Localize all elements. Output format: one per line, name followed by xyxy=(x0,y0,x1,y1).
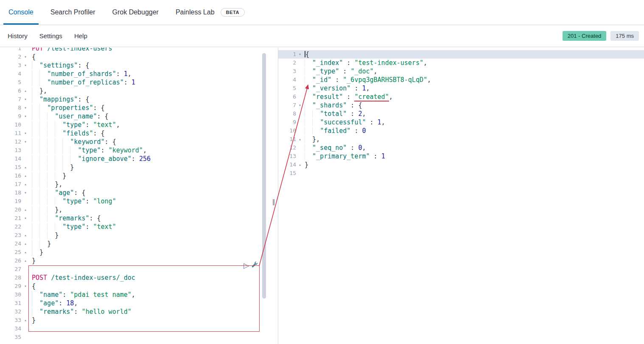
code-line: 5 "_version" : 1, xyxy=(278,84,644,93)
code-line: 26▴} xyxy=(0,257,278,265)
send-request-button[interactable]: ▷ xyxy=(244,262,249,269)
line-number: 25 xyxy=(0,248,21,257)
code-line: 7▾ "mappings": { xyxy=(0,95,278,104)
menu-settings[interactable]: Settings xyxy=(39,32,62,39)
line-number: 11 xyxy=(0,129,21,138)
line-number: 5 xyxy=(278,84,296,93)
code-line: 18▾ "age": { xyxy=(0,189,278,197)
code-line: 16▴ } xyxy=(0,172,278,180)
wrench-icon[interactable] xyxy=(251,261,258,270)
code-line: 12▾ "keyword": { xyxy=(0,138,278,146)
pane-resizer[interactable]: ‖ xyxy=(270,198,277,206)
code-line: 24▴ } xyxy=(0,240,278,248)
code-line: 29▾{ xyxy=(0,282,278,290)
code-text: } xyxy=(30,231,59,240)
fold-toggle-icon[interactable]: ▾ xyxy=(21,104,30,112)
code-line: 35 xyxy=(0,333,278,341)
fold-toggle-icon[interactable]: ▾ xyxy=(21,282,30,290)
line-number: 10 xyxy=(0,121,21,129)
fold-toggle-icon[interactable]: ▾ xyxy=(21,214,30,223)
fold-toggle-icon[interactable]: ▴ xyxy=(21,240,30,248)
code-line: 27 xyxy=(0,265,278,274)
line-number: 14 xyxy=(0,155,21,163)
fold-toggle-icon[interactable]: ▴ xyxy=(21,231,30,240)
fold-toggle-icon[interactable]: ▴ xyxy=(21,316,30,324)
tab-console[interactable]: Console xyxy=(3,0,39,25)
code-text: } xyxy=(30,316,36,324)
scrollbar-thumb[interactable] xyxy=(262,53,266,299)
code-line: 3 "_type" : "_doc", xyxy=(278,67,644,76)
fold-toggle-icon[interactable]: ▾ xyxy=(21,138,30,146)
fold-toggle-icon[interactable]: ▾ xyxy=(21,189,30,197)
code-text: "_shards" : { xyxy=(304,101,362,110)
menu-help[interactable]: Help xyxy=(74,32,87,39)
fold-toggle-icon[interactable]: ▴ xyxy=(21,172,30,180)
response-viewer[interactable]: 1▾{2 "_index" : "test-index-users",3 "_t… xyxy=(278,48,644,344)
code-line: 15▴ } xyxy=(0,163,278,172)
tab-grok-debugger[interactable]: Grok Debugger xyxy=(107,0,164,25)
fold-toggle-icon[interactable]: ▴ xyxy=(21,206,30,214)
request-editor[interactable]: 1PUT /test-index-users2▾{3▾ "settings": … xyxy=(0,48,278,344)
code-text: } xyxy=(30,172,66,180)
fold-toggle-icon[interactable]: ▾ xyxy=(296,50,304,59)
code-line: 31 "age": 18, xyxy=(0,299,278,307)
line-number: 1 xyxy=(278,50,296,59)
code-line: 7▾ "_shards" : { xyxy=(278,101,644,110)
fold-toggle-icon[interactable]: ▴ xyxy=(21,87,30,95)
line-number: 22 xyxy=(0,223,21,231)
beta-badge: BETA xyxy=(221,8,245,17)
code-line: 28POST /test-index-users/_doc xyxy=(0,274,278,282)
line-number: 9 xyxy=(0,112,21,121)
line-number: 12 xyxy=(278,144,296,152)
line-number: 6 xyxy=(278,93,296,101)
code-text: "remarks": "hello world" xyxy=(30,307,132,316)
line-number: 4 xyxy=(0,70,21,78)
fold-toggle-icon[interactable]: ▾ xyxy=(296,101,304,110)
code-line: 12 "_seq_no" : 0, xyxy=(278,144,644,152)
code-text: } xyxy=(30,240,51,248)
code-line: 34 xyxy=(0,324,278,333)
fold-toggle-icon[interactable]: ▴ xyxy=(21,180,30,189)
code-line: 19 "type": "long" xyxy=(0,197,278,206)
code-text: "type": "text", xyxy=(30,121,120,129)
code-line: 1PUT /test-index-users xyxy=(0,48,278,53)
menu-history[interactable]: History xyxy=(8,32,28,39)
code-line: 4 "number_of_shards": 1, xyxy=(0,70,278,78)
line-number: 26 xyxy=(0,257,21,265)
fold-toggle-icon[interactable]: ▾ xyxy=(21,95,30,104)
fold-toggle-icon[interactable]: ▾ xyxy=(21,53,30,61)
code-line: 2 "_index" : "test-index-users", xyxy=(278,59,644,67)
request-code-area[interactable]: 1PUT /test-index-users2▾{3▾ "settings": … xyxy=(0,48,278,341)
line-number: 15 xyxy=(278,169,296,178)
tab-painless-lab[interactable]: Painless Lab BETA xyxy=(171,0,250,25)
response-code-area: 1▾{2 "_index" : "test-index-users",3 "_t… xyxy=(278,50,644,178)
line-number: 28 xyxy=(0,274,21,282)
line-number: 4 xyxy=(278,76,296,84)
fold-toggle-icon[interactable]: ▴ xyxy=(21,163,30,172)
code-line: 10 "failed" : 0 xyxy=(278,127,644,135)
code-line: 8▾ "properties": { xyxy=(0,104,278,112)
code-line: 21▾ "remarks": { xyxy=(0,214,278,223)
line-number: 13 xyxy=(278,152,296,161)
line-number: 24 xyxy=(0,240,21,248)
code-line: 11▴ }, xyxy=(278,135,644,144)
fold-toggle-icon[interactable]: ▾ xyxy=(21,129,30,138)
fold-toggle-icon[interactable]: ▴ xyxy=(296,161,304,169)
tab-search-profiler[interactable]: Search Profiler xyxy=(45,0,101,25)
line-number: 29 xyxy=(0,282,21,290)
line-number: 30 xyxy=(0,290,21,299)
code-text: "keyword": { xyxy=(30,138,116,146)
fold-toggle-icon[interactable]: ▴ xyxy=(296,135,304,144)
fold-toggle-icon[interactable]: ▴ xyxy=(21,248,30,257)
code-text: "fields": { xyxy=(30,129,105,138)
fold-toggle-icon[interactable]: ▾ xyxy=(21,112,30,121)
code-text: "total" : 2, xyxy=(304,110,366,118)
code-text: "name": "pdai test name", xyxy=(30,290,135,299)
code-text: "_id" : "_6vpq3gBARHSBT8-qLqD", xyxy=(304,76,431,84)
line-number: 18 xyxy=(0,189,21,197)
code-line: 10 "type": "text", xyxy=(0,121,278,129)
code-text: { xyxy=(30,53,36,61)
fold-toggle-icon[interactable]: ▾ xyxy=(21,61,30,70)
code-text: "_version" : 1, xyxy=(304,84,370,93)
fold-toggle-icon[interactable]: ▴ xyxy=(21,257,30,265)
